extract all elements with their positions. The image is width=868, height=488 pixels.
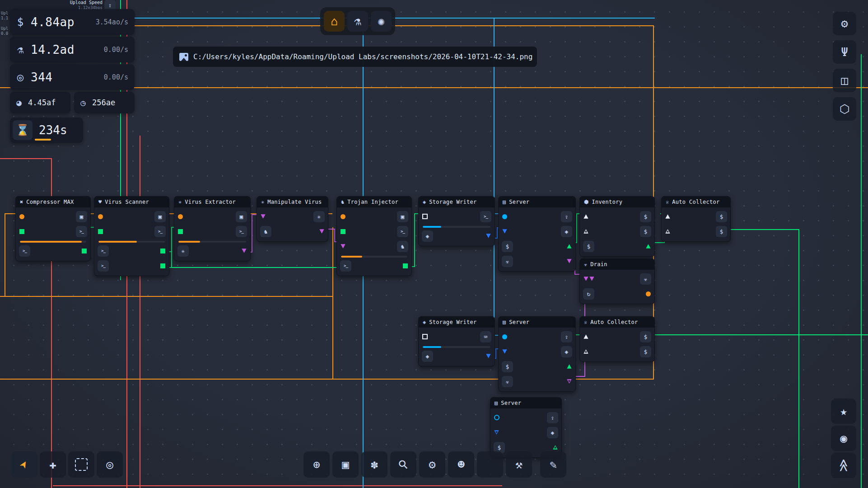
gpu-fan-button[interactable]: ✽: [361, 451, 387, 478]
dollar-icon[interactable]: $: [640, 346, 651, 357]
node-inventory[interactable]: ⬢ Inventory $ $$: [579, 196, 655, 257]
output-port[interactable]: [160, 249, 165, 253]
terminal-icon[interactable]: >_: [19, 245, 30, 257]
dollar-icon[interactable]: $: [716, 211, 727, 222]
output-port[interactable]: [242, 249, 247, 253]
cpu-button[interactable]: ▣: [332, 451, 359, 478]
modules-button[interactable]: ⬡: [833, 97, 856, 121]
pointer-button[interactable]: ➤: [11, 451, 37, 478]
node-auto-collector-1[interactable]: ♕ Auto Collector $ $: [661, 196, 731, 242]
terminal-icon[interactable]: >_: [480, 211, 491, 222]
collapse-button[interactable]: ≪: [831, 453, 856, 478]
virus-icon[interactable]: ✳: [313, 211, 325, 222]
nav-lab-button[interactable]: ⚗: [347, 11, 368, 32]
input-port[interactable]: [583, 214, 588, 219]
hacker-button[interactable]: ☻: [448, 451, 474, 478]
output-port[interactable]: [82, 249, 87, 253]
scripts-button[interactable]: [477, 451, 503, 478]
upload-icon[interactable]: ⇪: [561, 211, 572, 222]
trojan-icon[interactable]: ♞: [260, 226, 271, 237]
cpu-icon[interactable]: ▣: [397, 211, 408, 222]
settings-button[interactable]: ⚙: [833, 12, 856, 35]
node-server-2[interactable]: ▤ Server ⇪ ◈$ ☣: [498, 316, 576, 392]
virus-icon[interactable]: ✳: [177, 245, 189, 257]
input-port[interactable]: [19, 214, 24, 219]
circle-select-button[interactable]: ◎: [97, 451, 123, 478]
gamepad-icon[interactable]: ⌨: [480, 331, 491, 343]
input-port[interactable]: [665, 214, 670, 219]
network-button[interactable]: ⊕: [303, 451, 330, 478]
node-drain[interactable]: ☣ Drain ☣↻: [579, 258, 655, 304]
input-port[interactable]: [583, 349, 588, 354]
layers-icon[interactable]: ◈: [561, 226, 572, 237]
robotics-button[interactable]: ⚙: [419, 451, 445, 478]
dollar-icon[interactable]: $: [640, 226, 651, 237]
node-header[interactable]: ▤ Server: [490, 398, 561, 408]
output-port[interactable]: [403, 263, 408, 268]
upload-icon[interactable]: ⇪: [561, 331, 572, 343]
dollar-icon[interactable]: $: [640, 211, 651, 222]
node-trojan-injector[interactable]: ♞ Trojan Injector ▣ >_ ♞ >_: [336, 196, 412, 276]
infected-computer-icon[interactable]: ☣: [502, 376, 513, 387]
input-port[interactable]: [341, 229, 345, 234]
input-port[interactable]: [178, 214, 183, 219]
output-port[interactable]: [567, 364, 572, 369]
game-canvas[interactable]: Upload Speed 1.12e34bps ⇪ Upl1.1Upl0.0 $…: [0, 0, 868, 488]
infected-computer-icon[interactable]: ☣: [640, 273, 651, 285]
layers-icon[interactable]: ◈: [422, 351, 433, 362]
node-auto-collector-2[interactable]: ♕ Auto Collector $ $: [579, 316, 655, 362]
gauge-icon[interactable]: ↻: [583, 288, 594, 300]
output-port[interactable]: [553, 445, 558, 450]
infected-computer-icon[interactable]: ☣: [502, 256, 513, 267]
node-storage-writer-1[interactable]: ◈ Storage Writer >_ ◈: [418, 196, 495, 246]
node-header[interactable]: ◈ Storage Writer: [419, 197, 495, 207]
input-port[interactable]: [422, 334, 428, 339]
node-header[interactable]: ◈ Storage Writer: [419, 317, 495, 328]
terminal-icon[interactable]: >_: [397, 226, 408, 237]
terminal-icon[interactable]: >_: [236, 226, 247, 237]
workshop-button[interactable]: ⚒: [506, 451, 532, 478]
node-header[interactable]: ☣ Drain: [580, 259, 654, 270]
node-header[interactable]: ▤ Server: [499, 197, 575, 207]
dollar-icon[interactable]: $: [502, 361, 513, 372]
edit-button[interactable]: ✎: [540, 451, 566, 478]
node-header[interactable]: ♥ Virus Scanner: [94, 197, 169, 207]
terminal-icon[interactable]: >_: [98, 245, 109, 257]
upload-icon[interactable]: ⇪: [547, 412, 558, 423]
input-port[interactable]: [589, 277, 594, 282]
dollar-icon[interactable]: $: [502, 241, 513, 252]
input-port[interactable]: [341, 244, 345, 249]
cpu-icon[interactable]: ▣: [76, 211, 87, 222]
research-button[interactable]: ⚲: [390, 451, 416, 478]
trojan-icon[interactable]: ♞: [397, 241, 408, 252]
output-port[interactable]: [319, 229, 324, 234]
node-header[interactable]: ▤ Server: [499, 317, 575, 328]
dollar-icon[interactable]: $: [716, 226, 727, 237]
output-port[interactable]: [567, 259, 572, 264]
screenshot-toast[interactable]: C:/Users/kyles/AppData/Roaming/Upload La…: [173, 47, 537, 67]
input-port[interactable]: [494, 430, 499, 435]
input-port[interactable]: [341, 214, 345, 219]
layers-icon[interactable]: ◈: [547, 427, 558, 438]
input-port[interactable]: [583, 229, 588, 234]
move-button[interactable]: ✚: [40, 451, 66, 478]
input-port[interactable]: [98, 229, 103, 234]
output-port[interactable]: [486, 354, 491, 359]
output-port[interactable]: [567, 244, 572, 249]
node-header[interactable]: ♕ Auto Collector: [662, 197, 730, 207]
achievements-button[interactable]: Ψ: [833, 40, 856, 64]
input-port[interactable]: [502, 349, 507, 354]
input-port[interactable]: [502, 229, 507, 234]
input-port[interactable]: [502, 214, 507, 219]
node-header[interactable]: ✖ Compressor MAX: [16, 197, 90, 207]
node-header[interactable]: ✳ Virus Extractor: [174, 197, 250, 207]
node-server-3[interactable]: ▤ Server ⇪ ◈$: [490, 397, 562, 458]
terminal-icon[interactable]: >_: [76, 226, 87, 237]
input-port[interactable]: [178, 229, 183, 234]
input-port[interactable]: [665, 229, 670, 234]
output-port[interactable]: [646, 244, 651, 249]
input-port[interactable]: [502, 334, 507, 339]
input-port[interactable]: [261, 214, 266, 219]
terminal-icon[interactable]: >_: [154, 226, 166, 237]
node-compressor-max[interactable]: ✖ Compressor MAX ▣ >_ >_: [15, 196, 91, 261]
